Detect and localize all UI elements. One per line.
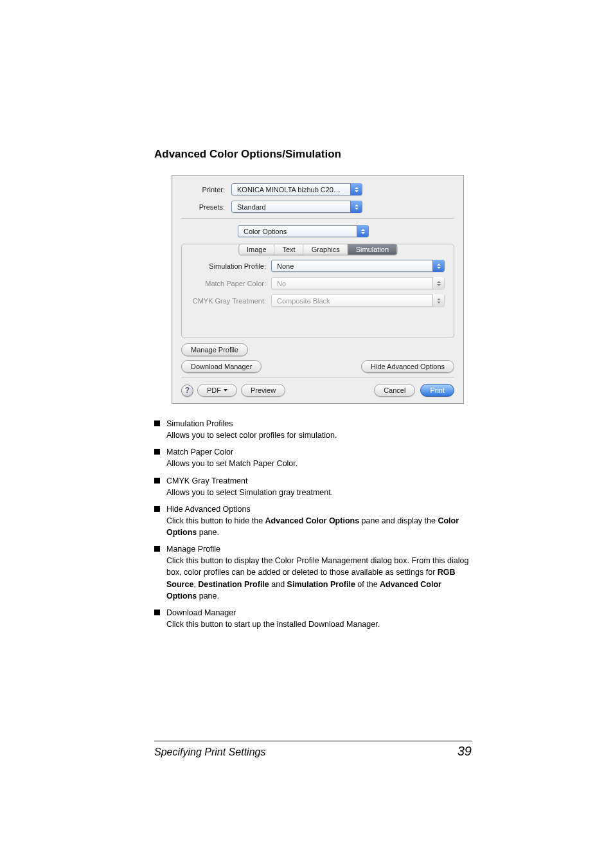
bullet-icon [154,478,160,484]
download-manager-button[interactable]: Download Manager [181,360,262,373]
caret-down-icon [224,389,227,392]
dropdown-arrows-icon [432,294,444,307]
match-paper-value: No [277,280,286,287]
list-item: Match Paper Color Allows you to set Matc… [154,446,472,469]
cmyk-gray-label: CMYK Gray Treatment: [191,297,271,305]
simulation-profile-label: Simulation Profile: [191,262,271,270]
manage-profile-button[interactable]: Manage Profile [181,343,248,356]
cmyk-gray-select: Composite Black [271,294,445,307]
bullet-icon [154,506,160,512]
list-item: Simulation Profiles Allows you to select… [154,418,472,441]
help-button[interactable]: ? [181,384,193,397]
item-body: Allows you to set Match Paper Color. [166,459,298,468]
bullet-icon [154,420,160,426]
item-body-part: Click this button to hide the [166,516,265,525]
tab-graphics[interactable]: Graphics [304,244,348,255]
item-title: Download Manager [166,608,236,617]
item-body-part: pane and display the [359,516,438,525]
print-button[interactable]: Print [420,384,454,397]
tab-bar: Image Text Graphics Simulation [238,244,397,255]
tab-text[interactable]: Text [275,244,304,255]
item-title: Hide Advanced Options [166,505,251,514]
section-select[interactable]: Color Options [238,225,369,237]
divider [181,218,454,219]
item-body-part: of the [355,580,380,589]
list-item: Download Manager Click this button to st… [154,607,472,630]
item-body-bold: Destination Profile [198,580,269,589]
page-footer: Specifying Print Settings 39 [154,741,472,759]
pdf-label: PDF [207,386,221,394]
footer-title: Specifying Print Settings [154,746,265,758]
item-body-bold: Simulation Profile [287,580,355,589]
bullet-icon [154,610,160,615]
dropdown-arrows-icon [350,183,362,195]
divider [181,377,454,377]
bullet-icon [154,546,160,552]
match-paper-select: No [271,277,445,289]
item-body: Click this button to start up the instal… [166,620,380,629]
item-body: Allows you to select color profiles for … [166,431,337,440]
printer-label: Printer: [181,186,231,194]
cancel-button[interactable]: Cancel [374,384,415,397]
item-body: Allows you to select Simulation gray tre… [166,488,333,497]
footer-rule [154,741,472,741]
tab-image[interactable]: Image [239,244,275,255]
dropdown-arrows-icon [432,277,444,289]
item-title: CMYK Gray Treatment [166,476,247,485]
presets-select[interactable]: Standard [231,201,362,213]
print-dialog: Printer: KONICA MINOLTA bizhub C20… Pres… [172,175,464,404]
list-item: Hide Advanced Options Click this button … [154,503,472,538]
section-value: Color Options [244,228,287,235]
section-heading: Advanced Color Options/Simulation [154,148,472,161]
list-item: CMYK Gray Treatment Allows you to select… [154,475,472,498]
preview-button[interactable]: Preview [241,384,285,397]
feature-list: Simulation Profiles Allows you to select… [154,418,472,630]
item-title: Match Paper Color [166,448,233,457]
bullet-icon [154,449,160,455]
tab-simulation[interactable]: Simulation [348,244,396,255]
item-title: Simulation Profiles [166,419,233,428]
printer-value: KONICA MINOLTA bizhub C20… [237,186,341,194]
tab-panel-simulation: Simulation Profile: None Match Paper Col… [181,244,454,338]
item-title: Manage Profile [166,545,220,554]
match-paper-label: Match Paper Color: [191,280,271,287]
printer-select[interactable]: KONICA MINOLTA bizhub C20… [231,183,362,195]
pdf-menu-button[interactable]: PDF [197,384,237,397]
dropdown-arrows-icon [350,201,362,213]
item-body-part: pane. [197,528,219,537]
presets-label: Presets: [181,203,231,211]
dropdown-arrows-icon [432,260,444,272]
page-number: 39 [458,744,472,759]
hide-advanced-button[interactable]: Hide Advanced Options [361,360,454,373]
item-body-bold: Advanced Color Options [265,516,360,525]
item-body-part: and [269,580,287,589]
simulation-profile-value: None [277,262,294,270]
item-body-part: Click this button to display the Color P… [166,556,468,577]
item-body-part: pane. [197,592,219,601]
cmyk-gray-value: Composite Black [277,297,330,305]
simulation-profile-select[interactable]: None [271,260,445,272]
dropdown-arrows-icon [357,225,368,237]
presets-value: Standard [237,203,266,211]
list-item: Manage Profile Click this button to disp… [154,543,472,602]
